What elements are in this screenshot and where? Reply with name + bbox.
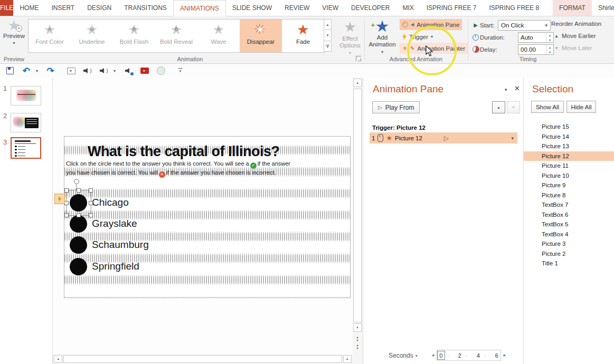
slide-thumbnail-1[interactable] (11, 86, 41, 106)
slide-instructions[interactable]: Click on the circle next to the answer y… (66, 160, 336, 178)
animation-item-picture-12[interactable]: 1 Picture 12 (370, 132, 517, 143)
answer-circle-icon[interactable] (70, 258, 87, 275)
resize-handle[interactable] (77, 188, 81, 193)
reorder-up-button[interactable] (492, 101, 505, 113)
selection-item[interactable]: Title 1 (524, 258, 614, 269)
selection-item[interactable]: Picture 10 (524, 171, 614, 181)
show-all-button[interactable]: Show All (531, 101, 564, 113)
selection-item[interactable]: Picture 15 (524, 122, 614, 132)
volume-icon[interactable] (81, 64, 94, 77)
tab-transitions[interactable]: TRANSITIONS (118, 0, 173, 16)
spin-down-icon[interactable] (546, 50, 553, 54)
animation-pane-button[interactable]: Animation Pane (400, 19, 462, 30)
previous-slide-button[interactable] (353, 334, 362, 343)
hide-all-button[interactable]: Hide All (566, 101, 596, 113)
selection-item[interactable]: Picture 11 (524, 161, 614, 171)
customize-toolbar-icon[interactable] (174, 64, 187, 77)
selection-item[interactable]: Picture 9 (524, 180, 614, 190)
tab-animations[interactable]: ANIMATIONS (173, 0, 226, 16)
add-animation-button[interactable]: + Add Animation (366, 18, 398, 54)
slide-title[interactable]: What is the capital of Illinois? (88, 143, 280, 160)
undo-icon[interactable] (20, 64, 33, 77)
timeline-left-icon[interactable] (431, 353, 435, 358)
selection-item[interactable]: TextBox 7 (524, 200, 614, 210)
resize-handle[interactable] (77, 213, 81, 217)
youtube-icon[interactable] (138, 64, 151, 77)
resize-handle[interactable] (64, 188, 69, 193)
tab-design[interactable]: DESIGN (81, 0, 118, 16)
spin-up-icon[interactable] (546, 33, 553, 37)
animation-painter-button[interactable]: Animation Painter (400, 43, 468, 54)
resize-handle[interactable] (64, 201, 69, 205)
move-earlier-button[interactable]: Move Earlier (554, 33, 596, 39)
answer-option-grayslake[interactable]: Grayslake (70, 215, 137, 233)
tab-insert[interactable]: INSERT (45, 0, 81, 16)
tab-mix[interactable]: MIX (396, 0, 420, 16)
animation-dialog-launcher-icon[interactable] (356, 56, 361, 61)
save-icon[interactable] (3, 64, 16, 77)
volume-dropdown-icon[interactable] (114, 69, 118, 73)
redo-icon[interactable] (44, 64, 57, 77)
animation-trigger-badge[interactable] (54, 194, 65, 204)
timeline-right-icon[interactable] (503, 353, 507, 358)
scroll-right-button[interactable] (343, 355, 352, 363)
trigger-button[interactable]: Trigger (400, 31, 436, 42)
selection-item[interactable]: Picture 3 (524, 239, 614, 249)
scroll-left-button[interactable] (54, 355, 62, 363)
resize-handle[interactable] (89, 201, 93, 205)
slide-thumbnail-2[interactable] (11, 113, 41, 132)
scroll-down-button[interactable] (353, 323, 362, 332)
reorder-down-button[interactable] (507, 101, 520, 113)
timeline[interactable]: 0 2 4 6 (431, 350, 507, 361)
answer-circle-icon[interactable] (70, 236, 87, 254)
tab-review[interactable]: REVIEW (278, 0, 316, 16)
animation-bold-reveal[interactable]: B Bold Reveal (155, 20, 197, 52)
slide-canvas[interactable]: What is the capital of Illinois? Click o… (64, 136, 351, 298)
tab-slide-show[interactable]: SLIDE SHOW (226, 0, 278, 16)
tab-file[interactable]: FILE (0, 0, 13, 16)
editor-vertical-scrollbar[interactable] (353, 78, 363, 364)
spin-up-icon[interactable] (546, 45, 553, 50)
gallery-scroll-up-button[interactable] (324, 19, 332, 30)
start-combobox[interactable]: On Click (498, 20, 551, 31)
selection-item[interactable]: Picture 2 (524, 249, 614, 259)
next-slide-button[interactable] (353, 343, 362, 351)
answer-option-springfield[interactable]: Springfield (70, 257, 139, 275)
gallery-more-button[interactable] (324, 41, 332, 52)
play-from-button[interactable]: Play From (372, 101, 420, 113)
animation-disappear[interactable]: Disappear (240, 20, 282, 52)
shape-selection-box[interactable] (66, 190, 91, 216)
vertical-scroll-thumb[interactable] (353, 89, 362, 322)
horizontal-scroll-thumb[interactable] (63, 355, 342, 363)
selection-item[interactable]: Picture 13 (524, 141, 614, 151)
selection-item[interactable]: Picture 8 (524, 190, 614, 200)
duration-spinner[interactable]: Auto (518, 32, 554, 43)
selection-item[interactable]: Picture 14 (524, 132, 614, 142)
tab-ispring-free-7[interactable]: ISPRING FREE 7 (420, 0, 483, 16)
animation-font-color[interactable]: A Font Color (29, 20, 71, 52)
pane-close-icon[interactable] (514, 84, 520, 92)
tab-view[interactable]: VIEW (316, 0, 345, 16)
animation-underline[interactable]: U Underline (71, 20, 113, 52)
editor-horizontal-scrollbar[interactable] (53, 355, 353, 364)
animation-fade[interactable]: Fade (282, 20, 324, 52)
rotation-handle[interactable] (74, 179, 79, 184)
selection-item-selected[interactable]: Picture 12 (524, 151, 614, 161)
move-later-button[interactable]: Move Later (554, 45, 592, 51)
tab-format[interactable]: FORMAT (553, 0, 592, 16)
selection-item[interactable]: TextBox 6 (524, 210, 614, 220)
user-account[interactable]: Shirley Ca (592, 0, 614, 16)
preview-button[interactable]: Preview (0, 33, 28, 39)
animation-wave[interactable]: A Wave (197, 20, 240, 52)
effect-options-button[interactable]: Effect Options (336, 19, 364, 55)
item-dropdown-icon[interactable] (511, 136, 514, 141)
resize-handle[interactable] (89, 188, 93, 193)
spin-down-icon[interactable] (546, 37, 553, 42)
scroll-up-button[interactable] (353, 79, 362, 87)
undo-dropdown-icon[interactable] (36, 69, 41, 73)
tab-home[interactable]: HOME (13, 0, 45, 16)
selection-item[interactable]: TextBox 5 (524, 219, 614, 229)
volume-menu-icon[interactable] (97, 64, 110, 77)
selection-item[interactable]: TextBox 4 (524, 229, 614, 240)
animation-bold-flash[interactable]: B Bold Flash (113, 20, 155, 52)
